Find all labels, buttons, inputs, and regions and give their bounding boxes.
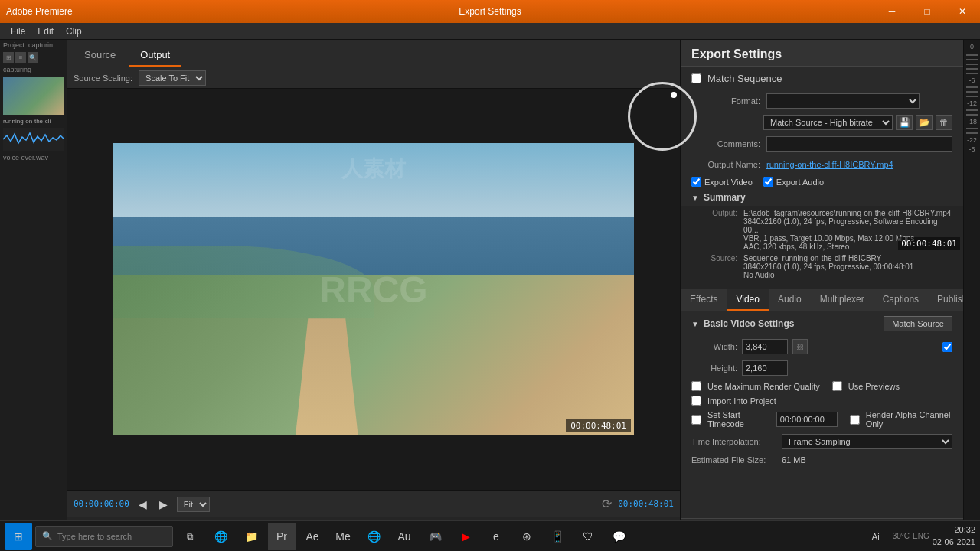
filesize-row: Estimated File Size: 61 MB — [681, 452, 963, 468]
timecode-right: 00:00:48:01 — [898, 237, 960, 250]
summary-title: Summary — [704, 192, 746, 203]
export-audio-checkbox[interactable] — [763, 177, 773, 187]
tab-output[interactable]: Output — [129, 44, 181, 67]
maximize-button[interactable]: □ — [910, 0, 945, 23]
temp-label: 30°C — [893, 532, 910, 540]
summary-header[interactable]: ▼ Summary — [681, 189, 963, 206]
video-preview-container: RRCG 人素材 00:00:48:01 — [67, 89, 680, 490]
width-row: Width: ⛓ — [681, 336, 963, 357]
ae-taskbar[interactable]: Ae — [299, 523, 326, 550]
width-lock-checkbox[interactable] — [942, 342, 952, 352]
format-row: Format: — [681, 90, 963, 112]
time-interp-select[interactable]: Frame Sampling — [782, 434, 952, 449]
tab-multiplexer[interactable]: Multiplexer — [811, 289, 874, 311]
lang-label: ENG — [913, 532, 929, 540]
antivirus-taskbar[interactable]: 🛡 — [574, 523, 602, 550]
preset-select[interactable]: Match Source - High bitrate — [763, 115, 893, 130]
export-video-label: Export Video — [704, 178, 753, 187]
import-project-checkbox[interactable] — [691, 396, 701, 406]
project-label: Project: capturin — [0, 40, 67, 51]
width-input[interactable] — [742, 339, 788, 354]
export-audio-label: Export Audio — [776, 178, 824, 187]
close-button[interactable]: ✕ — [945, 0, 980, 23]
format-label: Format: — [691, 96, 760, 106]
comments-row: Comments: — [681, 133, 963, 155]
youtube-taskbar[interactable]: ▶ — [452, 523, 479, 550]
premiere-taskbar[interactable]: Pr — [268, 523, 296, 550]
waveform-svg — [3, 128, 64, 151]
tab-captions[interactable]: Captions — [874, 289, 928, 311]
source-summary-row: Source: Sequence, running-on-the-cliff-H… — [691, 254, 952, 279]
project-icon-3: 🔍 — [28, 52, 38, 63]
browser-taskbar[interactable]: 🌐 — [360, 523, 387, 550]
clip-thumbnail[interactable] — [3, 77, 64, 115]
menu-clip[interactable]: Clip — [60, 24, 88, 38]
level-tick-7 — [966, 91, 978, 93]
xbox-taskbar[interactable]: ⊛ — [513, 523, 541, 550]
taskview-button[interactable]: ⧉ — [176, 523, 204, 550]
format-select[interactable] — [766, 93, 920, 109]
main-layout: Project: capturin ⊞ ≡ 🔍 capturing runnin… — [0, 40, 980, 551]
watermark2: 人素材 — [341, 155, 406, 184]
output-name-link[interactable]: running-on-the-cliff-H8ICBRY.mp4 — [766, 160, 893, 169]
output-name-row: Output Name: running-on-the-cliff-H8ICBR… — [681, 155, 963, 174]
render-alpha-label: Render Alpha Channel Only — [866, 410, 952, 429]
source-output-tabs: Source Output — [67, 40, 680, 67]
match-sequence-checkbox[interactable] — [691, 73, 701, 83]
search-placeholder: Type here to search — [57, 532, 132, 541]
source-scaling-select[interactable]: Scale To Fit — [139, 70, 206, 86]
output-name-label: Output Name: — [691, 160, 760, 169]
preset-delete-btn[interactable]: 🗑 — [936, 115, 952, 130]
media-encoder-taskbar[interactable]: Me — [329, 523, 357, 550]
level-label-3: -12 — [967, 99, 977, 107]
comments-input[interactable] — [766, 136, 952, 152]
project-panel: Project: capturin ⊞ ≡ 🔍 capturing runnin… — [0, 40, 67, 551]
search-icon: 🔍 — [42, 531, 53, 541]
start-timecode-checkbox[interactable] — [691, 415, 701, 425]
level-tick-4 — [966, 68, 978, 70]
voice-label: voice over.wav — [0, 152, 67, 163]
tab-source[interactable]: Source — [74, 44, 126, 67]
level-tick-12 — [966, 132, 978, 134]
tab-publish[interactable]: Publish — [928, 289, 963, 311]
tab-video[interactable]: Video — [727, 289, 768, 311]
preset-save-btn[interactable]: 💾 — [896, 115, 913, 130]
tab-effects[interactable]: Effects — [681, 289, 727, 311]
audition-taskbar[interactable]: Au — [390, 523, 418, 550]
chrome-button[interactable]: 🌐 — [207, 523, 234, 550]
project-icon-2: ≡ — [15, 52, 26, 63]
capturing-label: capturing — [0, 64, 67, 75]
use-previews-label: Use Previews — [848, 382, 900, 391]
discord-taskbar[interactable]: 💬 — [605, 523, 632, 550]
explorer-button[interactable]: 📁 — [237, 523, 265, 550]
export-settings-header: Export Settings — [681, 40, 963, 67]
minimize-button[interactable]: ─ — [874, 0, 910, 23]
match-source-button[interactable]: Match Source — [884, 316, 952, 331]
preset-import-btn[interactable]: 📂 — [916, 115, 933, 130]
basic-video-section-header[interactable]: ▼ Basic Video Settings Match Source — [681, 311, 963, 336]
menu-file[interactable]: File — [5, 24, 31, 38]
steam-taskbar[interactable]: 🎮 — [421, 523, 449, 550]
level-tick-10 — [966, 114, 978, 116]
source-summary-val: Sequence, running-on-the-cliff-H8ICBRY38… — [743, 254, 952, 279]
search-box[interactable]: 🔍 Type here to search — [35, 526, 173, 547]
tab-audio[interactable]: Audio — [769, 289, 811, 311]
menu-edit[interactable]: Edit — [31, 24, 60, 38]
basic-video-title: Basic Video Settings — [704, 318, 794, 329]
export-video-checkbox[interactable] — [691, 177, 701, 187]
start-timecode-input[interactable] — [776, 412, 838, 427]
zoom-select[interactable]: Fit — [177, 497, 210, 512]
start-button[interactable]: ⊞ — [5, 523, 32, 550]
max-render-checkbox[interactable] — [691, 381, 701, 391]
loop-icon[interactable]: ⟳ — [602, 497, 612, 511]
date: 02-06-2021 — [933, 536, 975, 548]
ai-button[interactable]: Ai — [862, 523, 890, 550]
play-back-button[interactable]: ◀ — [136, 497, 150, 512]
current-timecode: 00:00:00:00 — [74, 499, 129, 509]
play-forward-button[interactable]: ▶ — [156, 497, 171, 512]
height-input[interactable] — [742, 360, 788, 376]
use-previews-checkbox[interactable] — [832, 381, 842, 391]
edge-taskbar[interactable]: e — [482, 523, 510, 550]
render-alpha-checkbox[interactable] — [850, 415, 860, 425]
phone-taskbar[interactable]: 📱 — [544, 523, 571, 550]
